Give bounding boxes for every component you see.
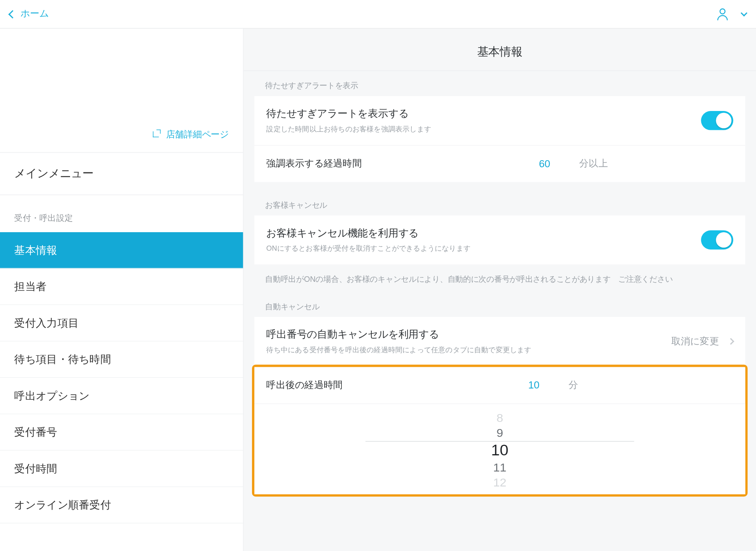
alert-toggle-title: 待たせすぎアラートを表示する bbox=[266, 107, 701, 120]
sidebar-item-basic-info[interactable]: 基本情報 bbox=[0, 232, 243, 269]
customer-cancel-toggle[interactable] bbox=[701, 230, 733, 250]
back-home-button[interactable]: ホーム bbox=[9, 8, 49, 20]
sidebar-item-reception-number[interactable]: 受付番号 bbox=[0, 414, 243, 451]
picker-option[interactable]: 12 bbox=[493, 476, 506, 490]
sidebar: 店舗詳細ページ メインメニュー 受付・呼出設定 基本情報 担当者 受付入力項目 … bbox=[0, 29, 244, 551]
elapsed-time-unit: 分 bbox=[569, 379, 578, 392]
alert-section-header: 待たせすぎアラートを表示 bbox=[244, 71, 756, 96]
picker-option[interactable]: 9 bbox=[497, 426, 503, 440]
picker-option[interactable]: 8 bbox=[497, 411, 503, 425]
auto-cancel-title: 呼出番号の自動キャンセルを利用する bbox=[266, 328, 671, 342]
alert-toggle[interactable] bbox=[701, 111, 733, 130]
auto-cancel-header: 自動キャンセル bbox=[244, 288, 756, 317]
sidebar-item-call-options[interactable]: 呼出オプション bbox=[0, 378, 243, 414]
time-picker[interactable]: 8 9 10 11 12 bbox=[254, 404, 745, 494]
customer-cancel-card: お客様キャンセル機能を利用する ONにするとお客様が受付を取消すことができるよう… bbox=[254, 215, 745, 264]
elapsed-time-value[interactable]: 10 bbox=[517, 379, 550, 391]
content: 基本情報 待たせすぎアラートを表示 待たせすぎアラートを表示する 設定した時間以… bbox=[244, 29, 756, 551]
chevron-left-icon bbox=[8, 10, 17, 18]
auto-cancel-sub: 待ち中にある受付番号を呼出後の経過時間によって任意のタブに自動で変更します bbox=[266, 345, 671, 355]
store-detail-link[interactable]: 店舗詳細ページ bbox=[0, 122, 243, 153]
cancel-toggle-sub: ONにするとお客様が受付を取消すことができるようになります bbox=[266, 244, 701, 254]
picker-option[interactable]: 11 bbox=[493, 461, 506, 475]
chevron-right-icon bbox=[728, 338, 734, 345]
chevron-down-icon[interactable] bbox=[741, 9, 747, 16]
alert-time-value[interactable]: 60 bbox=[528, 158, 561, 170]
external-link-icon bbox=[153, 130, 160, 137]
page-title: 基本情報 bbox=[244, 29, 756, 71]
profile-icon[interactable] bbox=[717, 7, 728, 20]
sidebar-main-menu[interactable]: メインメニュー bbox=[0, 153, 243, 195]
sidebar-item-reception-time[interactable]: 受付時間 bbox=[0, 451, 243, 487]
cancel-toggle-title: お客様キャンセル機能を利用する bbox=[266, 226, 701, 240]
highlighted-region: 呼出後の経過時間 10 分 8 9 10 11 bbox=[252, 365, 748, 497]
sidebar-item-reception-fields[interactable]: 受付入力項目 bbox=[0, 305, 243, 342]
elapsed-time-label: 呼出後の経過時間 bbox=[266, 379, 343, 392]
sidebar-item-online-queue[interactable]: オンライン順番受付 bbox=[0, 487, 243, 523]
svg-point-0 bbox=[720, 9, 725, 14]
alert-toggle-sub: 設定した時間以上お待ちのお客様を強調表示します bbox=[266, 124, 701, 134]
sidebar-item-wait-items[interactable]: 待ち項目・待ち時間 bbox=[0, 341, 243, 378]
alert-time-unit: 分以上 bbox=[579, 157, 608, 170]
alert-time-label: 強調表示する経過時間 bbox=[266, 157, 362, 170]
topbar: ホーム bbox=[0, 0, 756, 29]
home-label: ホーム bbox=[20, 8, 49, 20]
sidebar-section-label: 受付・呼出設定 bbox=[0, 195, 243, 232]
cancel-section-header: お客様キャンセル bbox=[244, 182, 756, 216]
picker-option-selected[interactable]: 10 bbox=[491, 441, 508, 460]
auto-cancel-mode-select[interactable]: 取消に変更 bbox=[671, 335, 734, 348]
cancel-note: 自動呼出がONの場合、お客様のキャンセルにより、自動的に次の番号が呼出されること… bbox=[244, 264, 756, 288]
auto-cancel-card: 呼出番号の自動キャンセルを利用する 待ち中にある受付番号を呼出後の経過時間によっ… bbox=[254, 317, 745, 366]
alert-card: 待たせすぎアラートを表示する 設定した時間以上お待ちのお客様を強調表示します 強… bbox=[254, 96, 745, 182]
sidebar-item-staff[interactable]: 担当者 bbox=[0, 268, 243, 305]
